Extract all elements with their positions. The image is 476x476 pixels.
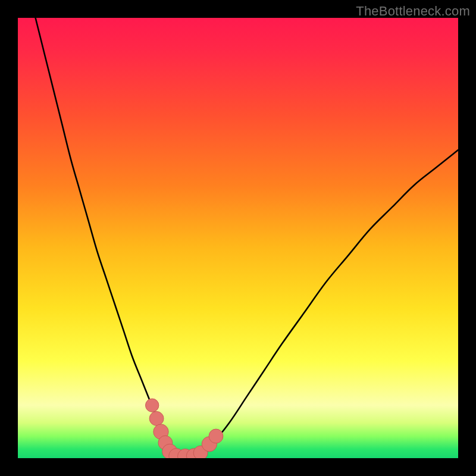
- marker-dot: [209, 429, 223, 443]
- chart-frame: TheBottleneck.com: [0, 0, 476, 476]
- marker-dot: [146, 399, 159, 412]
- marker-dot: [149, 411, 164, 425]
- watermark-text: TheBottleneck.com: [356, 4, 470, 19]
- plot-area: [18, 18, 458, 458]
- marker-cluster: [146, 399, 223, 458]
- bottleneck-curve: [36, 18, 458, 458]
- curve-layer: [18, 18, 458, 458]
